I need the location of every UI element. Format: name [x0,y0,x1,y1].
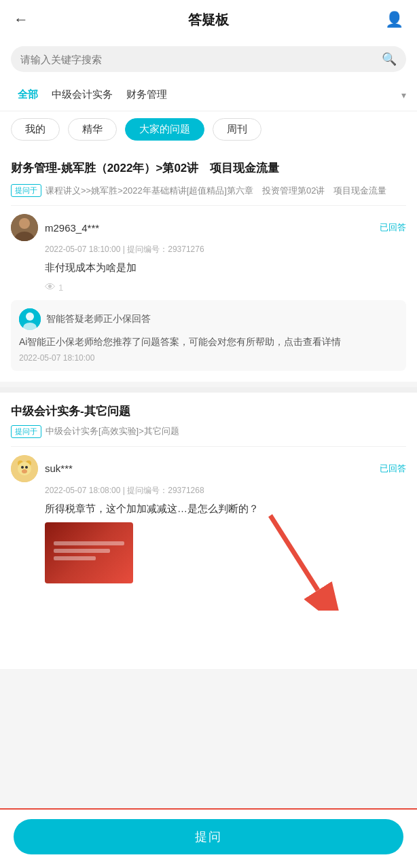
ai-content-1: Ai智能正小保老师给您推荐了问题答案，可能会对您有所帮助，点击查看详情 [19,334,398,349]
comment-content-1: 非付现成本为啥是加 [11,259,406,276]
meta-text-1: 课程讲义>>姚军胜>2022年基础精讲[超值精品]第六章 投资管理第02讲 项目… [46,184,386,198]
username-2: suk*** [45,463,73,474]
filter-mine[interactable]: 我的 [11,118,60,141]
meta-text-2: 中级会计实务[高效实验]>其它问题 [46,424,179,438]
username-1: m2963_4*** [45,222,99,234]
svg-point-12 [22,469,27,473]
comment-user-2: suk*** [11,455,73,482]
question-title-1: 财务管理-姚军胜（2022年）>第02讲 项目现金流量 [11,160,406,177]
question-title-2: 中级会计实务-其它问题 [11,403,406,419]
search-bar: 🔍 [0,39,417,80]
thumbnail-image[interactable] [45,522,133,583]
question-block-2: 中级会计实务-其它问题 提问于 中级会计实务[高效实验]>其它问题 [0,393,417,669]
category-dropdown-icon[interactable]: ▾ [401,90,406,101]
category-tabs: 全部 中级会计实务 财务管理 ▾ [0,80,417,111]
avatar-1 [11,214,38,241]
bottom-bar: 提问 [0,808,417,868]
svg-line-14 [270,516,318,590]
ai-reply-header-1: 智能答疑老师正小保回答 [19,308,398,330]
content-area: 财务管理-姚军胜（2022年）>第02讲 项目现金流量 提问于 课程讲义>>姚军… [0,149,417,669]
ask-button[interactable]: 提问 [14,819,403,854]
filter-featured[interactable]: 精华 [68,118,117,141]
filter-everyone[interactable]: 大家的问题 [125,118,204,141]
view-num-1: 1 [58,283,63,293]
svg-point-1 [19,218,30,229]
category-tab-intermediate[interactable]: 中级会计实务 [45,86,120,104]
user-icon[interactable]: 👤 [385,11,403,29]
view-count-1: 👁 1 [11,281,406,293]
svg-point-10 [21,466,24,469]
replied-badge-1: 已回答 [380,221,406,234]
category-tab-finance[interactable]: 财务管理 [120,86,174,104]
comment-item-2: suk*** 已回答 2022-05-07 18:08:00 | 提问编号：29… [11,446,406,658]
search-icon: 🔍 [382,52,397,67]
question-meta-2: 提问于 中级会计实务[高效实验]>其它问题 [11,424,406,438]
svg-point-4 [26,312,34,321]
ai-avatar-1 [19,308,41,330]
comment-header-2: suk*** 已回答 [11,455,406,482]
category-tab-all[interactable]: 全部 [11,86,45,104]
search-input[interactable] [20,54,382,65]
back-button[interactable]: ← [14,11,29,29]
ai-reply-1[interactable]: 智能答疑老师正小保回答 Ai智能正小保老师给您推荐了问题答案，可能会对您有所帮助… [11,300,406,371]
svg-point-11 [25,466,28,469]
comment-time-1: 2022-05-07 18:10:00 | 提问编号：29371276 [11,244,406,255]
header: ← 答疑板 👤 [0,0,417,39]
meta-badge-1: 提问于 [11,184,41,197]
meta-badge-2: 提问于 [11,425,41,438]
eye-icon-1: 👁 [45,281,56,293]
comment-time-2: 2022-05-07 18:08:00 | 提问编号：29371268 [11,485,406,496]
red-arrow-overlay [230,509,352,611]
avatar-2 [11,455,38,482]
question-block-1: 财务管理-姚军胜（2022年）>第02讲 项目现金流量 提问于 课程讲义>>姚军… [0,149,417,382]
question-meta-1: 提问于 课程讲义>>姚军胜>2022年基础精讲[超值精品]第六章 投资管理第02… [11,184,406,198]
comment-user-1: m2963_4*** [11,214,99,241]
search-input-wrap[interactable]: 🔍 [11,46,406,72]
comment-item-1: m2963_4*** 已回答 2022-05-07 18:10:00 | 提问编… [11,205,406,371]
ai-time-1: 2022-05-07 18:10:00 [19,353,398,363]
ai-name-1: 智能答疑老师正小保回答 [46,313,151,325]
page-title: 答疑板 [188,11,229,29]
filter-weekly[interactable]: 周刊 [213,118,261,141]
filter-tabs: 我的 精华 大家的问题 周刊 [0,111,417,149]
section-divider [0,387,417,393]
replied-badge-2: 已回答 [380,463,406,475]
comment-header-1: m2963_4*** 已回答 [11,214,406,241]
